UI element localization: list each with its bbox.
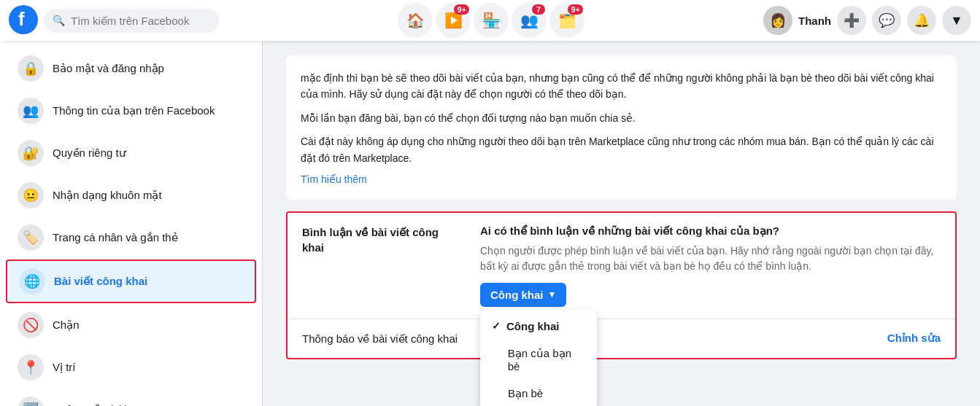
privacy-icon: 🔐 — [18, 140, 44, 166]
block-icon: 🚫 — [18, 312, 44, 338]
sidebar-item-label: Bảo mật và đăng nhập — [53, 62, 164, 75]
face-icon: 😐 — [18, 182, 44, 208]
intro-section: mặc định thì bạn bè sẽ theo dõi bài viết… — [286, 55, 957, 200]
comments-question: Ai có thể bình luận về những bài viết cô… — [480, 225, 941, 238]
menu-chevron-btn[interactable]: ▼ — [942, 6, 971, 35]
learn-more-link[interactable]: Tìm hiểu thêm — [301, 173, 367, 185]
dropdown-item-ban-cua-ban-be[interactable]: Bạn của bạn bè — [480, 340, 597, 380]
sidebar-item-label: Quyền riêng tư — [53, 147, 126, 160]
sidebar-item-bai-viet-cong-khai[interactable]: 🌐 Bài viết công khai — [6, 259, 256, 303]
sidebar-item-label: Bài viết công khai — [54, 275, 147, 288]
friends-badge: 7 — [532, 4, 545, 15]
page-layout: 🔒 Bảo mật và đăng nhập 👥 Thông tin của b… — [0, 41, 980, 406]
comments-label-title: Bình luận về bài viết công khai — [302, 225, 463, 255]
location-icon: 📍 — [18, 354, 44, 380]
audience-dropdown-btn[interactable]: Công khai ▼ — [480, 283, 566, 307]
video-badge: 9+ — [454, 4, 469, 15]
sidebar-item-label: Chặn — [53, 319, 80, 332]
chevron-down-icon: ▼ — [548, 289, 557, 300]
sidebar-item-label: Trang cá nhân và gắn thẻ — [53, 231, 178, 244]
sidebar-item-label: Vị trí — [53, 361, 76, 374]
nav-center-icons: 🏠 ▶️ 9+ 🏪 👥 7 🗂️ 9+ — [219, 3, 763, 38]
comments-label: Bình luận về bài viết công khai — [302, 225, 463, 255]
top-navigation: f 🔍 🏠 ▶️ 9+ 🏪 👥 7 🗂️ 9+ 👩 Thanh ➕ 💬 — [0, 0, 980, 41]
friends-icon-btn[interactable]: 👥 7 — [512, 3, 547, 38]
sidebar-item-bao-mat[interactable]: 🔒 Bảo mật và đăng nhập — [6, 48, 256, 89]
notif-label-wrapper: Thông báo về bài viết công khai — [302, 331, 463, 346]
sidebar-item-nhan-dang[interactable]: 😐 Nhận dạng khuôn mặt — [6, 175, 256, 216]
dropdown-current-value: Công khai — [490, 289, 544, 301]
intro-text-3: Cài đặt này không áp dụng cho những ngườ… — [301, 133, 942, 166]
video-icon-btn[interactable]: ▶️ 9+ — [436, 3, 471, 38]
marketplace-icon: 🏪 — [482, 12, 501, 29]
search-icon: 🔍 — [53, 15, 65, 26]
tag-icon: 🏷️ — [18, 225, 44, 251]
avatar[interactable]: 👩 — [763, 6, 792, 35]
notification-row: Thông báo về bài viết công khai Công kha… — [288, 319, 955, 358]
dropdown-item-label: Bạn của bạn bè — [508, 347, 585, 372]
edit-link[interactable]: Chỉnh sửa — [887, 332, 941, 345]
messenger-btn[interactable]: 💬 — [872, 6, 901, 35]
home-icon-btn[interactable]: 🏠 — [398, 3, 433, 38]
home-icon: 🏠 — [406, 12, 425, 29]
nav-right: 👩 Thanh ➕ 💬 🔔 ▼ — [763, 6, 971, 35]
globe-icon: 🌐 — [19, 268, 45, 294]
lock-icon: 🔒 — [18, 55, 44, 82]
search-bar[interactable]: 🔍 — [44, 9, 219, 33]
checkmark-icon: ✓ — [492, 320, 501, 332]
intro-text-1: mặc định thì bạn bè sẽ theo dõi bài viết… — [301, 70, 942, 103]
add-btn[interactable]: ➕ — [837, 6, 866, 35]
notifications-btn[interactable]: 🔔 — [907, 6, 936, 35]
dropdown-item-cong-khai[interactable]: ✓ Công khai — [480, 313, 597, 340]
main-content: mặc định thì bạn bè sẽ theo dõi bài viết… — [263, 41, 980, 406]
search-input[interactable] — [71, 15, 210, 27]
language-icon: 🔤 — [18, 397, 44, 406]
sidebar-item-label: Thông tin của bạn trên Facebook — [53, 104, 215, 117]
marketplace-icon-btn[interactable]: 🏪 — [474, 3, 509, 38]
sidebar-item-quyen-rieng-tu[interactable]: 🔐 Quyền riêng tư — [6, 133, 256, 173]
user-name: Thanh — [798, 15, 831, 27]
comments-description: Chọn người được phép bình luận về bài vi… — [480, 243, 941, 274]
sidebar: 🔒 Bảo mật và đăng nhập 👥 Thông tin của b… — [0, 41, 263, 406]
pages-badge: 9+ — [568, 4, 583, 15]
sidebar-item-trang-ca-nhan[interactable]: 🏷️ Trang cá nhân và gắn thẻ — [6, 217, 256, 258]
dropdown-item-label: Bạn bè — [508, 387, 543, 400]
dropdown-item-label: Công khai — [506, 320, 560, 332]
intro-text-2: Mỗi lần bạn đăng bài, bạn có thể chọn đố… — [301, 110, 942, 126]
pages-icon-btn[interactable]: 🗂️ 9+ — [549, 3, 584, 38]
facebook-logo[interactable]: f — [9, 5, 38, 36]
audience-dropdown-wrapper: Công khai ▼ ✓ Công khai Bạn của bạn bè — [480, 283, 566, 307]
sidebar-item-label: Ngôn ngữ và khu vực — [53, 403, 158, 406]
audience-dropdown-menu: ✓ Công khai Bạn của bạn bè Bạn bè — [480, 310, 597, 406]
people-icon: 👥 — [18, 98, 44, 124]
sidebar-item-thong-tin[interactable]: 👥 Thông tin của bạn trên Facebook — [6, 90, 256, 131]
highlighted-settings-section: Bình luận về bài viết công khai Ai có th… — [286, 211, 957, 359]
comments-row: Bình luận về bài viết công khai Ai có th… — [288, 213, 955, 319]
sidebar-item-ngon-ngu[interactable]: 🔤 Ngôn ngữ và khu vực — [6, 389, 256, 406]
comments-right: Ai có thể bình luận về những bài viết cô… — [480, 225, 941, 307]
svg-text:f: f — [18, 8, 25, 30]
dropdown-item-ban-be[interactable]: Bạn bè — [480, 380, 597, 406]
sidebar-item-vi-tri[interactable]: 📍 Vị trí — [6, 347, 256, 388]
notification-label: Thông báo về bài viết công khai — [302, 332, 458, 345]
sidebar-item-chan[interactable]: 🚫 Chặn — [6, 305, 256, 346]
sidebar-item-label: Nhận dạng khuôn mặt — [53, 189, 162, 202]
